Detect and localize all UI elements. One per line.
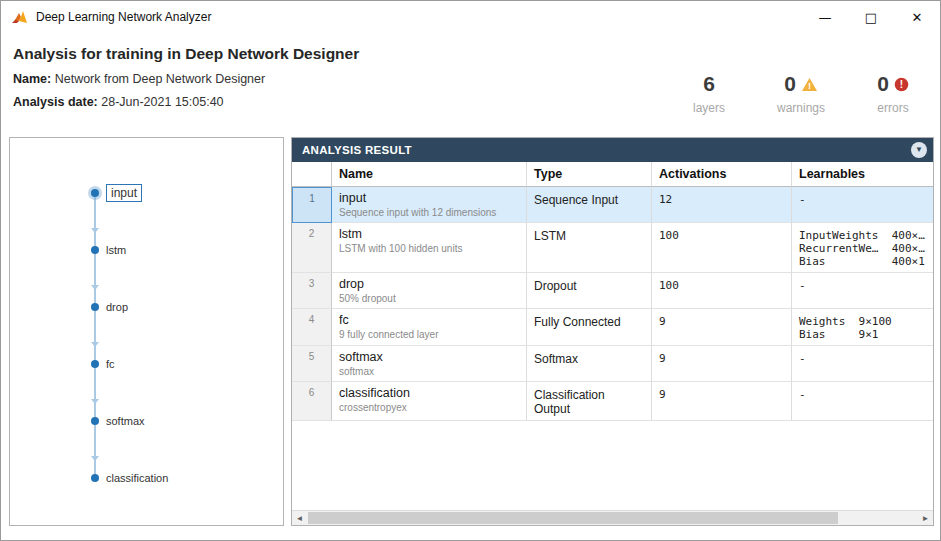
row-number: 2 [292, 223, 332, 273]
column-header-activations: Activations [652, 162, 792, 187]
layer-description: 9 fully connected layer [339, 329, 519, 340]
layer-activations: 100 [652, 223, 792, 273]
node-dot-icon [91, 360, 99, 368]
summary-stats: 6 layers 0 ! warnings 0 [678, 71, 924, 115]
edge-arrow-icon [91, 285, 99, 290]
layer-description: crossentropyex [339, 402, 519, 413]
layer-name-cell: drop 50% dropout [332, 273, 527, 309]
layers-label: layers [678, 101, 740, 115]
row-number: 3 [292, 273, 332, 309]
analysis-result-header: ANALYSIS RESULT ▼ [292, 138, 933, 162]
analysis-table: Name Type Activations Learnables 1 input… [292, 162, 933, 421]
layer-description: 50% dropout [339, 293, 519, 304]
layer-activations: 12 [652, 187, 792, 223]
table-row[interactable]: 1 input Sequence input with 12 dimension… [292, 187, 933, 223]
network-edge-line [94, 192, 96, 478]
node-label: input [106, 184, 142, 202]
edge-arrow-icon [91, 228, 99, 233]
horizontal-scrollbar[interactable]: ◄ ► [292, 510, 933, 525]
layer-name-cell: lstm LSTM with 100 hidden units [332, 223, 527, 273]
layer-type: LSTM [527, 223, 652, 273]
layer-name-cell: softmax softmax [332, 346, 527, 382]
layer-description: Sequence input with 12 dimensions [339, 207, 519, 218]
table-header-row: Name Type Activations Learnables [292, 162, 933, 187]
errors-label: errors [862, 101, 924, 115]
diagram-node-fc[interactable]: fc [91, 358, 115, 370]
network-diagram-panel: input lstm drop fc softmax classificatio… [9, 137, 284, 526]
edge-arrow-icon [91, 342, 99, 347]
warning-icon: ! [801, 77, 818, 92]
node-dot-icon [91, 189, 99, 197]
warnings-label: warnings [770, 101, 832, 115]
titlebar: Deep Learning Network Analyzer — □ ✕ [1, 1, 940, 33]
layer-learnables: - [792, 187, 933, 223]
layer-name: softmax [339, 350, 519, 364]
diagram-node-input[interactable]: input [91, 184, 142, 202]
layer-description: LSTM with 100 hidden units [339, 243, 519, 254]
layer-type: Fully Connected [527, 309, 652, 346]
name-label: Name: [13, 72, 51, 86]
layer-activations: 9 [652, 309, 792, 346]
scrollbar-thumb[interactable] [308, 512, 838, 524]
table-row[interactable]: 3 drop 50% dropout Dropout 100 - [292, 273, 933, 309]
layer-name: drop [339, 277, 519, 291]
node-label: classification [106, 472, 168, 484]
collapse-panel-button[interactable]: ▼ [911, 142, 927, 158]
window-controls: — □ ✕ [802, 1, 940, 33]
app-window: Deep Learning Network Analyzer — □ ✕ Ana… [0, 0, 941, 541]
layer-learnables: - [792, 273, 933, 309]
date-label: Analysis date: [13, 95, 98, 109]
scroll-left-icon[interactable]: ◄ [292, 511, 307, 525]
row-number: 5 [292, 346, 332, 382]
diagram-node-drop[interactable]: drop [91, 301, 128, 313]
name-value: Network from Deep Network Designer [51, 72, 265, 86]
layer-name: input [339, 191, 519, 205]
row-number: 4 [292, 309, 332, 346]
table-row[interactable]: 4 fc 9 fully connected layer Fully Conne… [292, 309, 933, 346]
layer-type: Sequence Input [527, 187, 652, 223]
node-label: fc [106, 358, 115, 370]
row-number: 6 [292, 382, 332, 421]
layer-description: softmax [339, 366, 519, 377]
matlab-icon [11, 10, 28, 25]
analysis-header: Analysis for training in Deep Network De… [1, 33, 940, 135]
close-button[interactable]: ✕ [894, 1, 940, 33]
analysis-result-title: ANALYSIS RESULT [302, 144, 412, 156]
layer-name-cell: fc 9 fully connected layer [332, 309, 527, 346]
layer-learnables: InputWeights 400×… RecurrentWe… 400×… Bi… [792, 223, 933, 273]
layer-name: lstm [339, 227, 519, 241]
diagram-node-classification[interactable]: classification [91, 472, 168, 484]
table-row[interactable]: 6 classification crossentropyex Classifi… [292, 382, 933, 421]
column-header-learnables: Learnables [792, 162, 933, 187]
layer-type: Dropout [527, 273, 652, 309]
table-row[interactable]: 5 softmax softmax Softmax 9 - [292, 346, 933, 382]
maximize-button[interactable]: □ [848, 1, 894, 33]
layer-learnables: - [792, 382, 933, 421]
svg-text:!: ! [808, 80, 811, 91]
table-row[interactable]: 2 lstm LSTM with 100 hidden units LSTM 1… [292, 223, 933, 273]
layer-type: Softmax [527, 346, 652, 382]
window-title: Deep Learning Network Analyzer [36, 10, 211, 24]
layer-name: classification [339, 386, 519, 400]
column-header-name: Name [332, 162, 527, 187]
node-dot-icon [91, 246, 99, 254]
stat-layers: 6 layers [678, 71, 740, 115]
node-label: drop [106, 301, 128, 313]
edge-arrow-icon [91, 456, 99, 461]
layer-type: Classification Output [527, 382, 652, 421]
node-label: softmax [106, 415, 145, 427]
diagram-node-lstm[interactable]: lstm [91, 244, 126, 256]
header-row-number [292, 162, 332, 187]
minimize-button[interactable]: — [802, 1, 848, 33]
chevron-down-icon: ▼ [915, 146, 923, 154]
layer-name-cell: input Sequence input with 12 dimensions [332, 187, 527, 223]
date-value: 28-Jun-2021 15:05:40 [98, 95, 224, 109]
diagram-node-softmax[interactable]: softmax [91, 415, 145, 427]
layers-count: 6 [703, 72, 715, 96]
row-number: 1 [292, 187, 332, 223]
scroll-right-icon[interactable]: ► [918, 511, 933, 525]
column-header-type: Type [527, 162, 652, 187]
layer-activations: 100 [652, 273, 792, 309]
svg-text:!: ! [900, 79, 903, 90]
layer-name-cell: classification crossentropyex [332, 382, 527, 421]
